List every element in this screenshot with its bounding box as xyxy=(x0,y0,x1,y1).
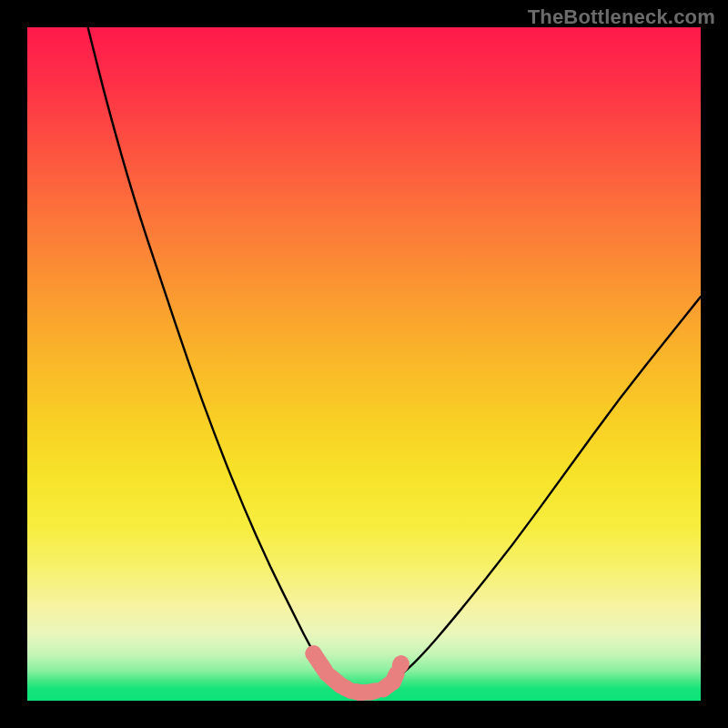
bottleneck-curve xyxy=(88,27,701,693)
trough-marker xyxy=(318,665,335,682)
trough-marker xyxy=(393,655,410,672)
trough-marker-group xyxy=(306,645,410,701)
trough-marker xyxy=(306,645,322,662)
plot-area xyxy=(27,27,701,701)
trough-marker xyxy=(385,673,401,690)
watermark-text: TheBottleneck.com xyxy=(528,5,715,29)
curve-svg xyxy=(27,27,701,701)
chart-frame: TheBottleneck.com xyxy=(0,0,728,728)
